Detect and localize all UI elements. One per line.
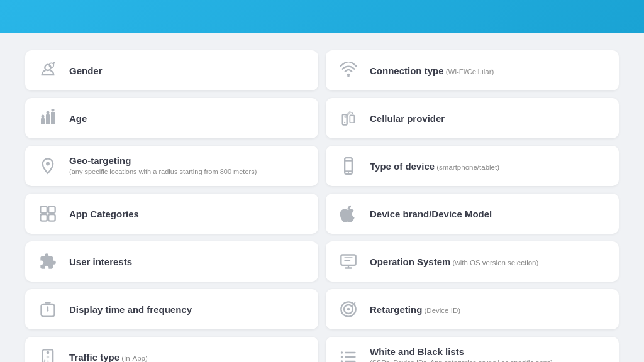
card-label-connection-type: Connection type (Wi-Fi/Cellular) — [370, 65, 494, 76]
svg-rect-7 — [46, 114, 50, 124]
card-connection-type: Connection type (Wi-Fi/Cellular) — [326, 50, 619, 90]
card-geo-targeting: Geo-targeting(any specific locations wit… — [25, 146, 318, 186]
card-operation-system: Operation System (with OS version select… — [326, 241, 619, 282]
gender-icon — [36, 59, 59, 82]
card-sublabel-geo-targeting: (any specific locations with a radius st… — [69, 167, 257, 177]
card-label-operation-system: Operation System (with OS version select… — [370, 256, 538, 267]
card-sublabel-white-black-lists: (SSPs, Device IDs, App categories as wel… — [370, 358, 553, 362]
card-label-gender: Gender — [69, 65, 103, 76]
geo-icon — [36, 155, 59, 177]
card-label-geo-targeting: Geo-targeting — [69, 155, 257, 166]
svg-point-9 — [42, 115, 45, 118]
svg-rect-23 — [48, 214, 55, 221]
app-icon — [36, 202, 59, 225]
svg-rect-14 — [350, 115, 354, 123]
card-label-age: Age — [69, 113, 87, 124]
svg-point-43 — [341, 356, 343, 358]
list-icon — [337, 346, 360, 362]
card-cellular-provider: Cellular provider — [326, 98, 619, 138]
svg-rect-22 — [40, 214, 47, 221]
card-age: Age — [25, 98, 318, 138]
timer-icon — [36, 298, 59, 321]
card-label-user-interests: User interests — [69, 256, 132, 267]
svg-point-37 — [47, 356, 50, 359]
card-label-app-categories: App Categories — [69, 209, 139, 219]
card-label-type-of-device: Type of device (smartphone/tablet) — [370, 161, 499, 172]
traffic-icon — [36, 346, 59, 362]
svg-point-15 — [46, 162, 50, 166]
page-header — [0, 0, 644, 33]
svg-rect-24 — [341, 255, 355, 265]
svg-point-13 — [344, 122, 345, 123]
card-user-interests: User interests — [25, 241, 318, 282]
cards-grid: GenderConnection type (Wi-Fi/Cellular)Ag… — [25, 50, 619, 362]
main-content: GenderConnection type (Wi-Fi/Cellular)Ag… — [0, 33, 644, 362]
svg-point-34 — [347, 308, 350, 311]
svg-point-19 — [348, 172, 349, 173]
svg-point-10 — [47, 111, 50, 114]
card-type-of-device: Type of device (smartphone/tablet) — [326, 146, 619, 186]
svg-point-36 — [47, 351, 50, 354]
card-traffic-type: Traffic type (In-App) — [25, 337, 318, 362]
card-label-traffic-type: Traffic type (In-App) — [69, 352, 148, 363]
svg-point-42 — [341, 351, 343, 354]
card-device-brand: Device brand/Device Model — [326, 194, 619, 234]
svg-point-11 — [52, 109, 55, 112]
target-icon — [337, 298, 360, 321]
puzzle-icon — [36, 250, 59, 273]
svg-rect-6 — [41, 118, 45, 124]
card-gender: Gender — [25, 50, 318, 90]
svg-rect-20 — [40, 206, 47, 213]
device-icon — [337, 155, 360, 177]
card-display-time: Display time and frequency — [25, 289, 318, 329]
apple-icon — [337, 202, 360, 225]
wifi-icon — [337, 59, 360, 82]
age-icon — [36, 107, 59, 129]
card-label-display-time: Display time and frequency — [69, 304, 192, 315]
svg-rect-8 — [51, 112, 55, 124]
card-app-categories: App Categories — [25, 194, 318, 234]
card-label-retargeting: Retargeting (Device ID) — [370, 304, 460, 315]
cellular-icon — [337, 107, 360, 129]
card-label-device-brand: Device brand/Device Model — [370, 209, 492, 219]
svg-point-31 — [47, 310, 48, 311]
card-label-cellular-provider: Cellular provider — [370, 113, 445, 124]
svg-rect-21 — [48, 206, 55, 213]
os-icon — [337, 250, 360, 273]
card-white-black-lists: White and Black lists(SSPs, Device IDs, … — [326, 337, 619, 362]
card-retargeting: Retargeting (Device ID) — [326, 289, 619, 329]
card-label-white-black-lists: White and Black lists — [370, 346, 553, 357]
